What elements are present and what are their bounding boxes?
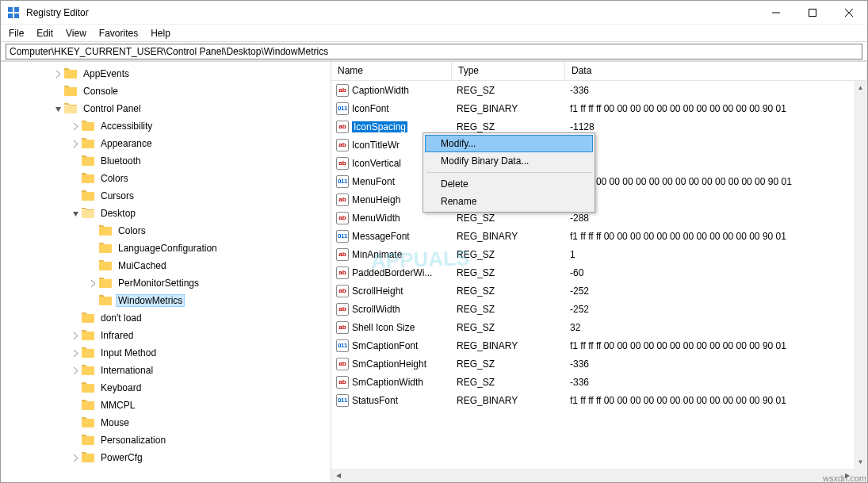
svg-rect-30 [82,454,94,462]
value-row[interactable]: abMinAnimateREG_SZ1 [331,245,867,263]
binary-value-icon: 011 [336,394,349,407]
tree-node[interactable]: Keyboard [71,379,331,397]
tree-node[interactable]: MMCPL [71,397,331,414]
tree-node[interactable]: MuiCached [88,257,331,274]
value-row[interactable]: abPaddedBorderWi...REG_SZ-60 [331,263,867,282]
chevron-right-icon[interactable] [71,366,80,375]
menu-favorites[interactable]: Favorites [93,26,144,40]
close-button[interactable] [831,1,867,25]
tree-node[interactable]: PerMonitorSettings [88,274,331,292]
chevron-right-icon[interactable] [53,69,63,79]
tree-node[interactable]: Mouse [71,414,331,431]
vertical-scrollbar[interactable]: ▲ ▼ [854,81,867,469]
value-type: REG_SZ [452,304,565,315]
context-modify-binary[interactable]: Modify Binary Data... [425,152,593,170]
tree-node[interactable]: Cursors [71,187,331,205]
value-row[interactable]: 011MenuFontf1 ff ff 00 00 00 00 00 00 00… [331,172,867,190]
list-header: Name Type Data [331,62,867,81]
value-row[interactable]: abIconTitleWr [331,136,867,154]
tree-label: Desktop [99,208,137,219]
svg-rect-12 [82,140,94,148]
scroll-down-icon[interactable]: ▼ [854,455,867,469]
context-rename[interactable]: Rename [425,193,593,210]
tree-node[interactable]: LanguageConfiguration [88,240,331,257]
chevron-down-icon[interactable] [71,209,80,218]
value-row[interactable]: 011MessageFontREG_BINARYf1 ff ff ff 00 0… [331,227,867,245]
address-input[interactable]: Computer\HKEY_CURRENT_USER\Control Panel… [6,44,862,59]
scroll-left-icon[interactable]: ◀ [331,469,345,482]
value-row[interactable]: abCaptionWidthREG_SZ-336 [331,81,867,99]
value-row[interactable]: abIconSpacingREG_SZ-1128 [331,117,867,136]
value-name: SmCaptionFont [352,340,418,351]
tree-node[interactable]: Bluetooth [71,152,331,170]
tree-label: WindowMetrics [117,295,184,306]
tree-node[interactable]: Input Method [71,344,331,362]
menu-help[interactable]: Help [144,26,177,40]
context-delete[interactable]: Delete [425,175,593,193]
context-menu: Modify... Modify Binary Data... Delete R… [423,132,595,213]
value-row[interactable]: abShell Icon SizeREG_SZ32 [331,318,867,336]
chevron-right-icon[interactable] [71,348,80,358]
value-row[interactable]: abIconVertical28 [331,154,867,172]
minimize-button[interactable] [758,1,794,25]
tree-node[interactable]: AppEvents [53,65,331,82]
values-list[interactable]: APPUALS abCaptionWidthREG_SZ-336011IconF… [331,81,867,482]
svg-rect-17 [99,227,112,236]
value-row[interactable]: 011IconFontREG_BINARYf1 ff ff ff 00 00 0… [331,99,867,117]
value-row[interactable]: 011SmCaptionFontREG_BINARYf1 ff ff ff 00… [331,336,867,355]
tree-pane[interactable]: AppEventsConsoleControl PanelAccessibili… [1,62,331,482]
menu-file[interactable]: File [2,26,30,40]
value-row[interactable]: abScrollHeightREG_SZ-252 [331,282,867,300]
horizontal-scrollbar[interactable]: ◀ ▶ [331,469,854,482]
tree-node[interactable]: International [71,362,331,379]
binary-value-icon: 011 [336,102,349,115]
maximize-button[interactable] [794,1,831,25]
tree-node[interactable]: Infrared [71,327,331,344]
tree-node[interactable]: Control Panel [53,100,331,117]
context-modify[interactable]: Modify... [425,135,593,152]
value-data: -252 [565,286,867,297]
column-type[interactable]: Type [452,62,565,80]
folder-icon [82,365,94,376]
string-value-icon: ab [336,194,349,206]
menu-view[interactable]: View [59,26,93,40]
value-row[interactable]: abMenuHeigh [331,190,867,209]
value-row[interactable]: abMenuWidthREG_SZ-288 [331,209,867,227]
string-value-icon: ab [336,358,349,370]
scroll-up-icon[interactable]: ▲ [854,81,867,94]
svg-rect-3 [14,13,19,18]
folder-icon [99,278,112,289]
folder-icon [82,312,94,324]
tree-node[interactable]: Colors [71,170,331,187]
column-name[interactable]: Name [331,62,452,80]
value-row[interactable]: 011StatusFontREG_BINARYf1 ff ff ff 00 00… [331,391,867,409]
tree-label: PowerCfg [99,452,144,463]
tree-node[interactable]: Desktop [71,205,331,222]
chevron-right-icon[interactable] [71,331,80,340]
string-value-icon: ab [336,212,349,224]
tree-node[interactable]: Colors [88,222,331,240]
scroll-right-icon[interactable]: ▶ [840,469,854,482]
tree-node[interactable]: Personalization [71,431,331,449]
tree-node[interactable]: Appearance [71,135,331,152]
value-name: MinAnimate [352,249,402,260]
chevron-right-icon[interactable] [88,278,98,288]
menu-edit[interactable]: Edit [30,26,59,40]
tree-node[interactable]: Console [53,82,331,100]
tree-node[interactable]: don't load [71,309,331,327]
folder-icon [82,190,94,201]
column-data[interactable]: Data [565,62,867,80]
chevron-down-icon[interactable] [53,104,63,113]
chevron-right-icon[interactable] [71,121,80,131]
value-row[interactable]: abSmCaptionHeightREG_SZ-336 [331,355,867,373]
chevron-right-icon[interactable] [71,139,80,148]
value-row[interactable]: abScrollWidthREG_SZ-252 [331,300,867,318]
tree-node[interactable]: Accessibility [71,117,331,135]
expander-placeholder [71,191,80,201]
chevron-right-icon[interactable] [71,453,80,462]
expander-placeholder [71,401,80,410]
value-row[interactable]: abSmCaptionWidthREG_SZ-336 [331,373,867,391]
tree-node[interactable]: WindowMetrics [88,292,331,309]
tree-node[interactable]: PowerCfg [71,449,331,466]
tree-label: Input Method [99,347,158,358]
